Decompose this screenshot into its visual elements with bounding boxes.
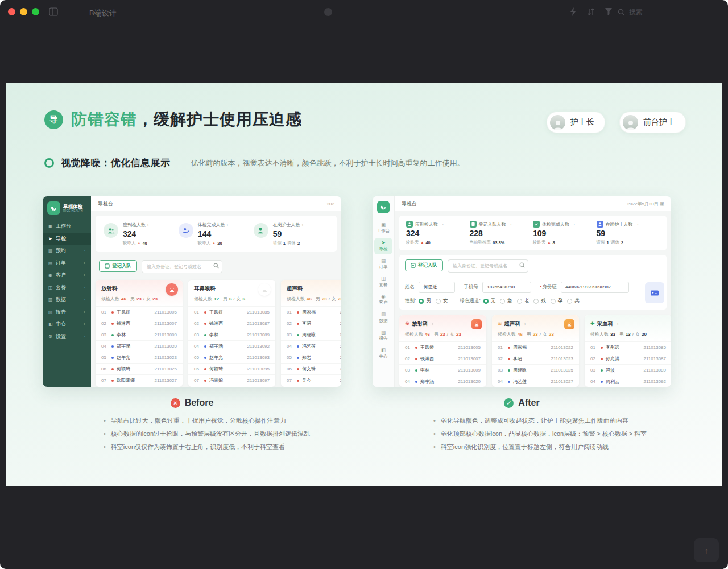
- row-number: 03: [101, 332, 110, 337]
- radio-option[interactable]: 老: [517, 298, 530, 304]
- sidebar-menu: ▣ 工作台 ➤ 导检 ▤ 订单 ◫ 套餐 ◉ 客户 ▥ 数据 ▧ 报告 ◧ 中心: [374, 219, 392, 362]
- queue-row[interactable]: 02 钱淋西 211013087: [188, 318, 275, 329]
- status-dot-icon: [415, 358, 417, 360]
- sidebar-item[interactable]: ▣ 工作台: [43, 220, 91, 233]
- enqueue-button[interactable]: 登记入队: [99, 260, 137, 272]
- queue-row[interactable]: 04 郑宇涵 211013020: [96, 340, 183, 352]
- chevron-right-icon: ›: [84, 285, 85, 290]
- radio-option[interactable]: 残: [533, 298, 546, 304]
- queue-row[interactable]: 01 周家福 211013022: [492, 341, 579, 353]
- queue-row[interactable]: 03 李林 211013009: [96, 329, 183, 340]
- search-icon: [519, 262, 525, 268]
- sidebar-item[interactable]: ◫ 套餐 ›: [43, 282, 91, 294]
- role-pill[interactable]: 前台护士: [619, 112, 686, 133]
- zoom-window-icon[interactable]: [32, 8, 39, 15]
- queue-row[interactable]: 02 孙光洪 211013087: [585, 353, 671, 364]
- queue-row[interactable]: 02 钱淋西 211013007: [96, 318, 183, 329]
- queue-row[interactable]: 01 王凤娇 211013005: [96, 306, 183, 318]
- sidebar-item[interactable]: ▧ 报告: [374, 328, 392, 344]
- radio-option[interactable]: 急: [500, 298, 512, 304]
- queue-row[interactable]: 01 王凤娇 211013005: [399, 341, 486, 353]
- queue-row[interactable]: 03 周晓咏 211013025: [281, 329, 341, 340]
- search-field[interactable]: [448, 259, 528, 273]
- search-input[interactable]: [142, 260, 222, 273]
- radio-option[interactable]: 孕: [551, 298, 563, 304]
- sidebar-item[interactable]: ▤ 订单: [374, 256, 392, 273]
- cross-icon: ×: [171, 398, 180, 408]
- sidebar-toggle-icon[interactable]: [49, 7, 58, 16]
- search-field[interactable]: [142, 260, 222, 273]
- patient-name: 周晓咏: [513, 367, 551, 373]
- sidebar-item[interactable]: ⚙ 设置 ›: [43, 331, 91, 343]
- queue-row[interactable]: 04 郑宇涵 211013020: [399, 376, 486, 387]
- radio-option[interactable]: 女: [436, 298, 448, 304]
- role-pill[interactable]: 护士长: [547, 112, 605, 133]
- queue-row[interactable]: 07 欧阳露娜 211013027: [96, 374, 183, 386]
- up-arrow-icon: ↑: [704, 546, 709, 555]
- queue-row[interactable]: 04 郑宇涵 211013092: [188, 340, 275, 352]
- row-number: 01: [498, 345, 506, 350]
- queue-row[interactable]: 03 冯波 211013089: [585, 364, 671, 376]
- sidebar-item[interactable]: ▥ 数据: [374, 310, 392, 326]
- patient-name: 郑宇涵: [117, 343, 155, 349]
- row-number: 03: [498, 368, 506, 373]
- flash-icon[interactable]: [570, 7, 577, 16]
- patient-name: 李昭: [513, 356, 551, 362]
- search-input[interactable]: [448, 259, 528, 273]
- sidebar-item-label: 套餐: [56, 284, 84, 291]
- avatar: [550, 115, 565, 130]
- sort-icon[interactable]: [587, 7, 595, 16]
- queue-row[interactable]: 04 冯艺莲 211013027: [492, 376, 579, 387]
- queue-row[interactable]: 03 李林 211013089: [188, 329, 275, 340]
- sidebar-item[interactable]: ◧ 中心: [374, 345, 392, 362]
- radio-option[interactable]: 无: [483, 298, 496, 304]
- id-card-icon[interactable]: [645, 282, 664, 303]
- queue-row[interactable]: 05 郑岩 211013029: [281, 352, 341, 363]
- row-number: 02: [101, 321, 110, 326]
- sidebar-item[interactable]: ◉ 客户: [374, 292, 392, 308]
- queue-row[interactable]: 05 赵午光 211013093: [188, 352, 275, 363]
- phone-field[interactable]: 18765438798: [482, 282, 531, 293]
- id-number-field[interactable]: 440682199209090987: [561, 282, 629, 293]
- back-to-top-button[interactable]: ↑: [694, 538, 719, 562]
- radio-option[interactable]: 男: [419, 298, 431, 304]
- sidebar-item[interactable]: ▣ 工作台: [374, 220, 392, 237]
- radio-option[interactable]: 兵: [567, 298, 580, 304]
- queue-row[interactable]: 03 周晓咏 211013025: [492, 364, 579, 376]
- status-dot-icon: [297, 334, 299, 336]
- radio-icon: [500, 299, 505, 304]
- enqueue-button[interactable]: 登记入队: [405, 259, 443, 271]
- sidebar-item[interactable]: ▤ 订单 ›: [43, 257, 91, 270]
- queue-row[interactable]: 07 吴今 211013033: [281, 374, 341, 386]
- queue-row[interactable]: 05 赵午光 211013023: [96, 352, 183, 363]
- sidebar-item[interactable]: ▥ 数据 ›: [43, 294, 91, 306]
- sidebar-item[interactable]: ◉ 客户 ›: [43, 269, 91, 282]
- sidebar-item[interactable]: ▦ 预约 ›: [43, 245, 91, 257]
- queue-row[interactable]: 06 何颖琦 211013025: [96, 363, 183, 374]
- queue-row[interactable]: 02 李昭 211013023: [492, 353, 579, 364]
- queue-row[interactable]: 01 王凤娇 211013085: [188, 306, 275, 318]
- sidebar-item[interactable]: ◫ 套餐: [374, 274, 392, 290]
- search-box[interactable]: 搜索: [618, 7, 643, 17]
- queue-row[interactable]: 04 周利云 211013092: [585, 376, 671, 387]
- queue-row[interactable]: 03 李林 211013009: [399, 364, 486, 376]
- sidebar-item[interactable]: ➤ 导检: [374, 238, 392, 254]
- close-window-icon[interactable]: [8, 8, 15, 15]
- sidebar-item[interactable]: ▧ 报告 ›: [43, 306, 91, 319]
- queue-row[interactable]: 02 李昭 211013023: [281, 318, 341, 329]
- queue-row[interactable]: 01 李彤远 211013085: [585, 341, 671, 353]
- filter-icon[interactable]: [605, 7, 613, 16]
- queue-row[interactable]: 01 周家福 211013022: [281, 306, 341, 318]
- minimize-window-icon[interactable]: [20, 8, 27, 15]
- queue-row[interactable]: 07 冯惠婉 211013097: [188, 374, 275, 386]
- queue-row[interactable]: 04 冯艺莲 211013027: [281, 340, 341, 352]
- sidebar-item[interactable]: ◧ 中心 ›: [43, 318, 91, 331]
- sidebar-item[interactable]: ➤ 导检: [43, 233, 91, 245]
- name-field[interactable]: 何思近: [419, 282, 455, 293]
- queue-row[interactable]: 02 钱淋西 211013007: [399, 353, 486, 364]
- queue-row[interactable]: 06 何文珠 211013031: [281, 363, 341, 374]
- settings-icon: ⚙: [48, 334, 56, 339]
- queue-row[interactable]: 06 何颖琦 211013095: [188, 363, 275, 374]
- packages-icon: ◫: [48, 285, 56, 290]
- patient-name: 吴今: [302, 377, 340, 384]
